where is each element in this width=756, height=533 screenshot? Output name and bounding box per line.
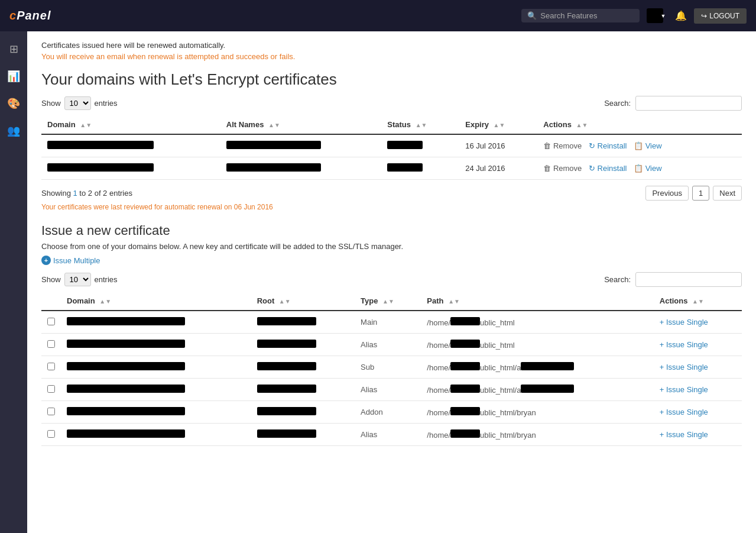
issue-domain-redacted-4 bbox=[67, 385, 185, 393]
row-checkbox-2[interactable] bbox=[47, 340, 55, 348]
col-altnames[interactable]: Alt Names ▲▼ bbox=[220, 115, 382, 134]
issue-col-type[interactable]: Type ▲▼ bbox=[355, 292, 421, 311]
issue-action-cell-6: + Issue Single bbox=[654, 424, 742, 446]
issue-root-redacted-4 bbox=[257, 385, 316, 393]
col-actions[interactable]: Actions ▲▼ bbox=[537, 115, 742, 134]
search-features-wrapper: 🔍 bbox=[521, 9, 640, 22]
status-redacted-1 bbox=[387, 141, 423, 149]
issue-domain-cell-1 bbox=[61, 311, 251, 334]
issue-domain-cell-2 bbox=[61, 334, 251, 356]
domains-search-label: Search: bbox=[604, 99, 631, 108]
issue-subtitle: Choose from one of your domains below. A… bbox=[41, 242, 742, 251]
domains-search-input[interactable] bbox=[635, 96, 742, 111]
issue-action-cell-2: + Issue Single bbox=[654, 334, 742, 356]
altnames-cell-2 bbox=[220, 157, 382, 180]
table-row: 16 Jul 2016 🗑 Remove ↻ Reinstall 📋 View bbox=[41, 134, 742, 157]
domains-section-title: Your domains with Let's Encrypt certific… bbox=[41, 70, 742, 89]
table-row: Sub /home/ublic_html/a + Issue Single bbox=[41, 356, 742, 379]
reinstall-button-2[interactable]: ↻ Reinstall bbox=[589, 164, 627, 173]
left-sidebar: ⊞ 📊 🎨 👥 bbox=[0, 31, 27, 533]
domain-redacted-1 bbox=[47, 141, 154, 149]
row-checkbox-5[interactable] bbox=[47, 408, 55, 415]
row-checkbox-3[interactable] bbox=[47, 363, 55, 370]
issue-single-button-1[interactable]: + Issue Single bbox=[660, 318, 708, 327]
notifications-button[interactable]: 🔔 bbox=[675, 10, 687, 21]
grid-icon: ⊞ bbox=[9, 43, 18, 56]
sidebar-item-themes[interactable]: 🎨 bbox=[2, 92, 25, 115]
issue-root-cell-5 bbox=[251, 401, 355, 424]
sidebar-item-grid[interactable]: ⊞ bbox=[2, 37, 25, 61]
issue-single-button-6[interactable]: + Issue Single bbox=[660, 430, 708, 439]
issue-col-path[interactable]: Path ▲▼ bbox=[421, 292, 653, 311]
status-cell-1 bbox=[381, 134, 459, 157]
logout-icon: ↪ bbox=[701, 12, 707, 20]
path-redacted-6 bbox=[450, 429, 480, 438]
col-domain[interactable]: Domain ▲▼ bbox=[41, 115, 220, 134]
issue-type-cell-3: Sub bbox=[355, 356, 421, 379]
issue-action-cell-5: + Issue Single bbox=[654, 401, 742, 424]
col-status[interactable]: Status ▲▼ bbox=[381, 115, 459, 134]
issue-table-controls: Show 10 25 50 entries Search: bbox=[41, 272, 742, 287]
issue-single-button-4[interactable]: + Issue Single bbox=[660, 385, 708, 394]
issue-type-cell-4: Alias bbox=[355, 379, 421, 401]
issue-root-cell-4 bbox=[251, 379, 355, 401]
account-dropdown-wrapper[interactable] bbox=[647, 8, 669, 23]
remove-button-2[interactable]: 🗑 Remove bbox=[543, 164, 582, 173]
issue-col-domain[interactable]: Domain ▲▼ bbox=[61, 292, 251, 311]
table-row: Addon /home/ublic_html/bryan + Issue Sin… bbox=[41, 401, 742, 424]
issue-show-select[interactable]: 10 25 50 bbox=[64, 273, 91, 286]
issue-action-cell-3: + Issue Single bbox=[654, 356, 742, 379]
search-features-input[interactable] bbox=[540, 11, 635, 20]
next-button[interactable]: Next bbox=[713, 186, 742, 201]
issue-search-input[interactable] bbox=[635, 272, 742, 287]
issue-root-redacted-1 bbox=[257, 317, 316, 325]
account-select[interactable] bbox=[647, 8, 663, 23]
path-redacted-3b bbox=[521, 362, 574, 370]
logout-button[interactable]: ↪ LOGOUT bbox=[694, 8, 747, 24]
col-expiry[interactable]: Expiry ▲▼ bbox=[459, 115, 537, 134]
issue-single-button-5[interactable]: + Issue Single bbox=[660, 408, 708, 416]
domains-show-select[interactable]: 10 25 50 bbox=[64, 96, 91, 110]
issue-domain-redacted-3 bbox=[67, 362, 185, 370]
reinstall-button-1[interactable]: ↻ Reinstall bbox=[589, 141, 627, 150]
domains-table: Domain ▲▼ Alt Names ▲▼ Status ▲▼ Expiry … bbox=[41, 115, 742, 180]
row-checkbox-4[interactable] bbox=[47, 385, 55, 393]
sidebar-item-stats[interactable]: 📊 bbox=[2, 64, 25, 88]
issue-root-redacted-5 bbox=[257, 407, 316, 415]
palette-icon: 🎨 bbox=[7, 97, 20, 110]
issue-type-cell-1: Main bbox=[355, 311, 421, 334]
chart-icon: 📊 bbox=[7, 70, 20, 83]
page-number-active[interactable]: 1 bbox=[692, 186, 709, 201]
altnames-redacted-2 bbox=[226, 163, 321, 172]
issue-action-cell-1: + Issue Single bbox=[654, 311, 742, 334]
path-redacted-3 bbox=[450, 362, 480, 370]
sidebar-item-users[interactable]: 👥 bbox=[2, 119, 25, 143]
table-row: Alias /home/ublic_html/bryan + Issue Sin… bbox=[41, 424, 742, 446]
issue-table-header: Domain ▲▼ Root ▲▼ Type ▲▼ Path ▲▼ Action… bbox=[41, 292, 742, 311]
view-button-1[interactable]: 📋 View bbox=[634, 141, 662, 150]
issue-path-cell-2: /home/ublic_html bbox=[421, 334, 653, 356]
row-checkbox-6[interactable] bbox=[47, 430, 55, 438]
issue-domain-redacted-2 bbox=[67, 340, 185, 348]
issue-path-cell-4: /home/ublic_html/a bbox=[421, 379, 653, 401]
issue-show-label: Show bbox=[41, 275, 61, 284]
issue-multiple-link[interactable]: + Issue Multiple bbox=[41, 256, 742, 265]
issue-col-actions[interactable]: Actions ▲▼ bbox=[654, 292, 742, 311]
issue-root-redacted-3 bbox=[257, 362, 316, 370]
remove-button-1[interactable]: 🗑 Remove bbox=[543, 141, 582, 150]
previous-button[interactable]: Previous bbox=[645, 186, 689, 201]
issue-col-root[interactable]: Root ▲▼ bbox=[251, 292, 355, 311]
issue-single-button-2[interactable]: + Issue Single bbox=[660, 340, 708, 349]
issue-type-cell-6: Alias bbox=[355, 424, 421, 446]
issue-single-button-3[interactable]: + Issue Single bbox=[660, 363, 708, 372]
issue-show-entries: Show 10 25 50 entries bbox=[41, 273, 118, 286]
issue-action-cell-4: + Issue Single bbox=[654, 379, 742, 401]
issue-domain-cell-5 bbox=[61, 401, 251, 424]
pagination-info: Showing 1 to 2 of 2 entries bbox=[41, 189, 132, 198]
view-button-2[interactable]: 📋 View bbox=[634, 164, 662, 173]
issue-type-cell-5: Addon bbox=[355, 401, 421, 424]
row-checkbox-1[interactable] bbox=[47, 318, 55, 325]
notice-renewal: Certificates issued here will be renewed… bbox=[41, 41, 742, 50]
issue-root-cell-3 bbox=[251, 356, 355, 379]
path-redacted-4 bbox=[450, 385, 480, 393]
